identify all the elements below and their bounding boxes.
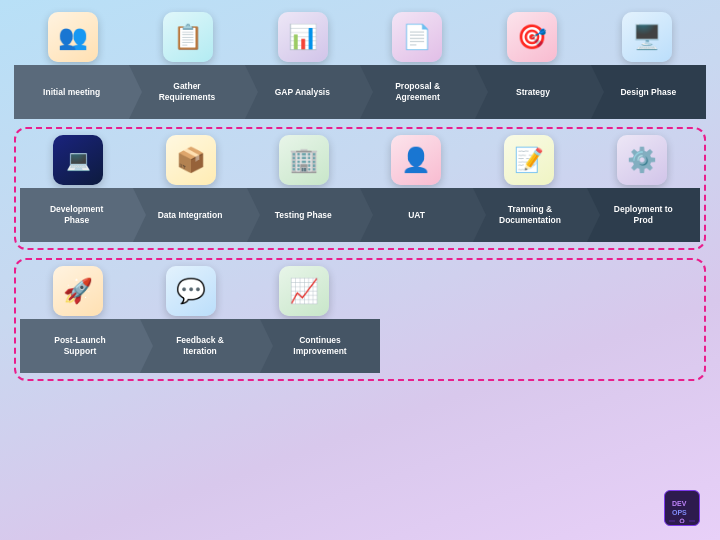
icon-slot-data: 📦 xyxy=(135,135,248,185)
icon-design: 🖥️ xyxy=(622,12,672,62)
icon-training: 📝 xyxy=(504,135,554,185)
chevron-meeting: Initial meeting xyxy=(14,65,129,119)
row2-section: 💻 📦 🏢 👤 📝 ⚙️ DevelopmentPhase Data Integ… xyxy=(14,127,706,250)
row2-icons: 💻 📦 🏢 👤 📝 ⚙️ xyxy=(20,135,700,185)
icon-slot-feedback: 💬 xyxy=(135,266,248,316)
icon-gather: 📋 xyxy=(163,12,213,62)
row1-chevrons: Initial meeting GatherRequirements GAP A… xyxy=(14,65,706,119)
icon-slot-gap: 📊 xyxy=(245,12,360,62)
icon-feedback: 💬 xyxy=(166,266,216,316)
ai-badge: DEV OPS xyxy=(664,490,700,526)
icon-slot-launch: 🚀 xyxy=(22,266,135,316)
chevron-design: Design Phase xyxy=(591,65,706,119)
icon-slot-training: 📝 xyxy=(473,135,586,185)
icon-uat: 👤 xyxy=(391,135,441,185)
icon-slot-gather: 📋 xyxy=(131,12,246,62)
icon-slot-proposal: 📄 xyxy=(360,12,475,62)
chevron-launch: Post-LaunchSupport xyxy=(20,319,140,373)
icon-launch: 🚀 xyxy=(53,266,103,316)
ai-badge-icon: DEV OPS xyxy=(667,493,697,523)
chevron-gather: GatherRequirements xyxy=(129,65,244,119)
icon-gap: 📊 xyxy=(278,12,328,62)
icon-slot-improve: 📈 xyxy=(247,266,360,316)
chevron-data: Data Integration xyxy=(133,188,246,242)
icon-slot-uat: 👤 xyxy=(360,135,473,185)
icon-data: 📦 xyxy=(166,135,216,185)
svg-text:DEV: DEV xyxy=(672,500,687,507)
row3-section: 🚀 💬 📈 Post-LaunchSupport Feedback &Itera… xyxy=(14,258,706,381)
chevron-feedback: Feedback &Iteration xyxy=(140,319,260,373)
row3-icons: 🚀 💬 📈 xyxy=(20,266,700,316)
icon-slot-dev: 💻 xyxy=(22,135,135,185)
icon-meeting: 👥 xyxy=(48,12,98,62)
icon-slot-meeting: 👥 xyxy=(16,12,131,62)
row1-section: 👥 📋 📊 📄 🎯 🖥️ Initial meeting GatherRequi… xyxy=(14,12,706,119)
icon-proposal: 📄 xyxy=(392,12,442,62)
chevron-improve: ContinuesImprovement xyxy=(260,319,380,373)
icon-dev: 💻 xyxy=(53,135,103,185)
row1-icons: 👥 📋 📊 📄 🎯 🖥️ xyxy=(14,12,706,62)
icon-strategy: 🎯 xyxy=(507,12,557,62)
chevron-testing: Testing Phase xyxy=(247,188,360,242)
icon-slot-testing: 🏢 xyxy=(247,135,360,185)
chevron-strategy: Strategy xyxy=(475,65,590,119)
icon-deploy: ⚙️ xyxy=(617,135,667,185)
icon-slot-deploy: ⚙️ xyxy=(585,135,698,185)
row2-chevrons: DevelopmentPhase Data Integration Testin… xyxy=(20,188,700,242)
icon-slot-design: 🖥️ xyxy=(589,12,704,62)
chevron-deploy: Deployment toProd xyxy=(587,188,700,242)
icon-slot-strategy: 🎯 xyxy=(475,12,590,62)
icon-improve: 📈 xyxy=(279,266,329,316)
icon-testing: 🏢 xyxy=(279,135,329,185)
svg-text:OPS: OPS xyxy=(672,509,687,516)
row3-chevrons: Post-LaunchSupport Feedback &Iteration C… xyxy=(20,319,380,373)
chevron-proposal: Proposal &Agreement xyxy=(360,65,475,119)
chevron-training: Tranning &Documentation xyxy=(473,188,586,242)
page-background: 👥 📋 📊 📄 🎯 🖥️ Initial meeting GatherRequi… xyxy=(0,0,720,540)
chevron-dev: DevelopmentPhase xyxy=(20,188,133,242)
chevron-gap: GAP Analysis xyxy=(245,65,360,119)
chevron-uat: UAT xyxy=(360,188,473,242)
